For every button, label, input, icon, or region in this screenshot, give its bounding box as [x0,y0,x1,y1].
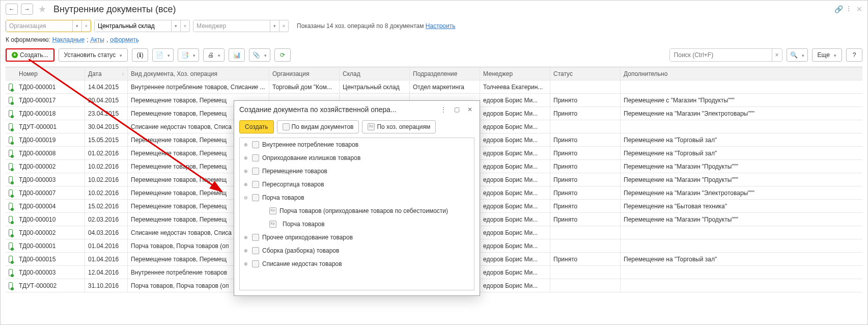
folder-icon [252,194,259,201]
doc-icon [283,123,290,130]
dialog-menu-icon[interactable]: ⋮ [439,105,448,114]
col-manager[interactable]: Менеджер [480,67,550,80]
dropdown-icon[interactable]: ▾ [270,20,279,32]
tree-group[interactable]: ⊕Внутреннее потребление товаров [240,138,474,151]
org-filter-input[interactable] [6,20,72,32]
document-icon [9,110,13,117]
tree-leaf[interactable]: Порча товаров (оприходование товаров по … [240,204,474,218]
col-org[interactable]: Организация [269,67,340,80]
drafts-invoices-link[interactable]: Накладные [52,36,85,43]
search-button[interactable]: 🔍 [787,48,808,62]
set-status-button[interactable]: Установить статус [59,48,128,62]
org-filter-combo[interactable]: ▾ × [6,20,91,32]
help-button[interactable]: ? [846,48,862,62]
document-icon [9,163,13,170]
dialog-maximize-icon[interactable]: ▢ [452,105,461,114]
col-number[interactable]: Номер [16,67,85,80]
filter-summary: Показаны 14 хоз. операций по 8 документа… [297,22,455,30]
document-icon [9,84,13,91]
dialog-close-icon[interactable]: ✕ [465,105,474,114]
create-document-dialog: Создание документа по хозяйственной опер… [234,100,480,296]
operation-icon [269,207,276,214]
pin-icon[interactable]: ⠇ [847,5,852,13]
dropdown-icon[interactable]: ▾ [171,20,180,32]
col-department[interactable]: Подразделение [410,67,480,80]
search-input[interactable] [670,49,772,61]
col-doctype[interactable]: Вид документа, Хоз. операция [128,67,269,80]
page-title: Внутренние документы (все) [53,4,176,15]
attach-button[interactable]: 📎 [249,48,270,62]
folder-icon [252,260,259,267]
col-warehouse[interactable]: Склад [340,67,410,80]
document-icon [9,216,13,223]
tree-leaf[interactable]: Порча товаров [240,218,474,231]
tree-group[interactable]: ⊕Сборка (разборка) товаров [240,244,474,257]
by-doctype-button[interactable]: По видам документов [277,120,359,133]
document-icon [9,189,13,197]
document-icon [9,203,13,210]
create-button[interactable]: + Создать... [6,48,54,62]
expand-icon[interactable]: ⊕ [244,155,249,160]
manager-filter-input[interactable] [193,20,270,32]
operation-icon [269,221,276,228]
tree-group[interactable]: ⊖Порча товаров [240,191,474,204]
tree-item-label: Списание недостач товаров [262,260,342,267]
manager-filter-combo[interactable]: ▾ × [193,20,289,32]
clear-icon[interactable]: × [180,20,189,32]
document-icon [9,137,13,144]
document-icon [9,97,13,104]
favorite-icon[interactable]: ★ [38,4,46,15]
edk-button[interactable]: 📑 [178,48,199,62]
sklad-filter-input[interactable] [95,20,171,32]
nav-back-button[interactable]: ← [6,4,18,15]
clear-icon[interactable]: × [279,20,288,32]
refresh-button[interactable]: ⟳ [274,48,291,62]
report-button[interactable]: 📊 [229,48,245,62]
expand-icon[interactable]: ⊕ [244,142,249,147]
collapse-icon[interactable]: ⊖ [244,195,249,200]
col-status[interactable]: Статус [550,67,621,80]
drafts-acts-link[interactable]: Акты [90,36,104,43]
close-icon[interactable]: ✕ [856,5,862,13]
dialog-create-button[interactable]: Создать [239,120,274,133]
col-date[interactable]: Дата↓ [85,67,128,80]
tree-group[interactable]: ⊕Оприходование излишков товаров [240,151,474,165]
tree-item-label: Перемещение товаров [262,168,327,175]
document-icon [9,176,13,183]
table-row[interactable]: ТД00-000001 14.04.2015 Внутреннее потреб… [6,80,862,94]
document-icon [9,256,13,263]
dropdown-icon[interactable]: ▾ [72,20,81,32]
by-operation-button[interactable]: По хоз. операциям [362,120,436,133]
more-button[interactable]: Еще [812,48,842,62]
tree-group[interactable]: ⊕Прочее оприходование товаров [240,231,474,244]
folder-icon [252,154,259,161]
print-button[interactable]: 🖨 [203,48,225,62]
sklad-filter-combo[interactable]: ▾ × [94,20,190,32]
nav-forward-button[interactable]: → [21,4,33,15]
tree-item-label: Сборка (разборка) товаров [262,247,339,254]
expand-icon[interactable]: ⊕ [244,182,249,187]
expand-icon[interactable]: ⊕ [244,261,249,266]
document-icon [9,282,13,289]
tree-group[interactable]: ⊕Пересортица товаров [240,178,474,191]
expand-icon[interactable]: ⊕ [244,169,249,174]
folder-icon [252,168,259,175]
tree-item-label: Пересортица товаров [262,181,324,188]
tree-group[interactable]: ⊕Списание недостач товаров [240,257,474,270]
document-icon [9,242,13,250]
drafts-process-link[interactable]: оформить [110,36,139,43]
configure-link[interactable]: Настроить [426,22,456,30]
operation-icon [368,123,375,130]
expand-icon[interactable]: ⊕ [244,248,249,253]
expand-icon[interactable]: ⊕ [244,235,249,240]
info-button[interactable]: (ℹ) [132,48,148,62]
document-icon [9,269,13,276]
col-extra[interactable]: Дополнительно [621,67,862,80]
drafts-label: К оформлению: [6,36,50,43]
copy-doc-button[interactable]: 📄 [152,48,174,62]
clear-icon[interactable]: × [81,20,91,32]
clear-search-icon[interactable]: × [772,49,782,61]
tree-group[interactable]: ⊕Перемещение товаров [240,165,474,178]
dialog-title: Создание документа по хозяйственной опер… [239,105,435,114]
link-icon[interactable]: 🔗 [834,5,843,13]
